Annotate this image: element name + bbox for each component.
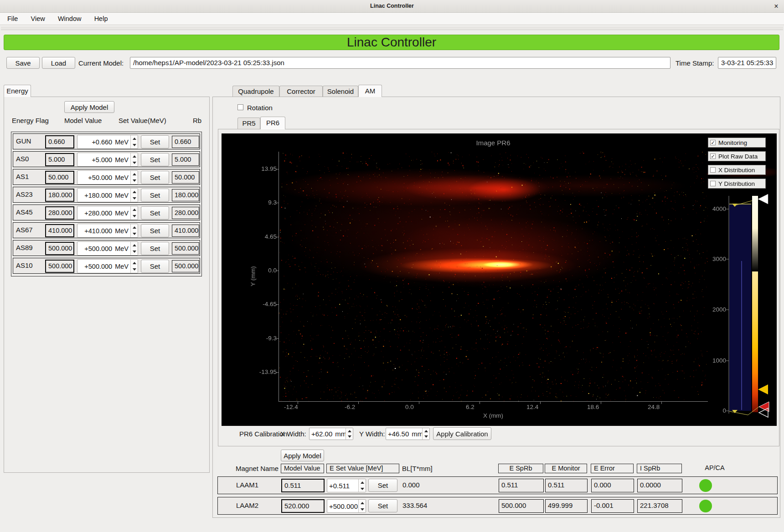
spinner-arrows-icon[interactable] bbox=[346, 428, 353, 440]
lut-handle-top[interactable] bbox=[758, 194, 768, 204]
plot-raw-data-checkbox[interactable]: ✓Plot Raw Data bbox=[708, 151, 766, 161]
energy-table: GUN 0.660 +0.660MeV Set 0.660 AS0 5.000 … bbox=[11, 132, 202, 276]
energy-model-input[interactable]: 5.000 bbox=[45, 153, 74, 166]
magnet-set-button[interactable]: Set bbox=[368, 499, 397, 512]
e-sprb-value: 500.000 bbox=[499, 499, 544, 513]
x-distribution-checkbox[interactable]: ✓X Distribution bbox=[708, 165, 766, 175]
magnet-set-spinbox[interactable]: +500.000 bbox=[327, 499, 366, 513]
monitoring-checkbox[interactable]: ✓Monitoring bbox=[708, 138, 766, 148]
energy-readback: 0.660 bbox=[172, 136, 199, 148]
save-button[interactable]: Save bbox=[6, 57, 40, 69]
magnet-model-input[interactable]: 0.511 bbox=[281, 479, 325, 492]
energy-set-spinbox[interactable]: +500.000MeV bbox=[77, 241, 138, 256]
tab-quadrupole[interactable]: Quadrupole bbox=[232, 86, 279, 97]
energy-set-button[interactable]: Set bbox=[141, 135, 169, 148]
spinner-arrows-icon[interactable] bbox=[130, 206, 138, 220]
rotation-checkbox[interactable]: ✓ bbox=[237, 104, 243, 110]
y-distribution-checkbox[interactable]: ✓Y Distribution bbox=[708, 179, 766, 189]
spinner-arrows-icon[interactable] bbox=[130, 153, 138, 166]
energy-set-spinbox[interactable]: +180.000MeV bbox=[77, 188, 138, 202]
magnet-set-button[interactable]: Set bbox=[368, 479, 397, 492]
energy-set-button[interactable]: Set bbox=[141, 224, 169, 237]
magnet-apply-model-button[interactable]: Apply Model bbox=[281, 450, 324, 461]
energy-model-input[interactable]: 500.000 bbox=[45, 260, 74, 273]
tab-energy[interactable]: Energy bbox=[4, 85, 31, 97]
lut-gradient-bar[interactable] bbox=[752, 196, 758, 412]
energy-set-button[interactable]: Set bbox=[141, 189, 169, 202]
i-sprb-value: 0.0000 bbox=[637, 479, 682, 492]
energy-readback: 180.000 bbox=[172, 189, 199, 201]
menu-file[interactable]: File bbox=[2, 13, 23, 25]
energy-set-button[interactable]: Set bbox=[141, 242, 169, 255]
energy-model-input[interactable]: 0.660 bbox=[45, 135, 74, 148]
timestamp-input[interactable]: 3-03-21 05:25:33 bbox=[718, 57, 776, 69]
tab-pr6[interactable]: PR6 bbox=[260, 117, 285, 129]
magnet-name: LAAM1 bbox=[236, 481, 258, 489]
tab-solenoid[interactable]: Solenoid bbox=[323, 86, 358, 97]
spinner-arrows-icon[interactable] bbox=[130, 242, 138, 255]
energy-model-input[interactable]: 500.000 bbox=[45, 242, 74, 255]
col-bl: BL[T*mm] bbox=[402, 465, 433, 472]
x-tick: 12.4 bbox=[526, 404, 554, 410]
energy-model-input[interactable]: 50.000 bbox=[45, 171, 74, 184]
energy-set-button[interactable]: Set bbox=[141, 206, 169, 220]
spinner-arrows-icon[interactable] bbox=[358, 500, 366, 512]
energy-set-spinbox[interactable]: +0.660MeV bbox=[77, 135, 138, 149]
apply-calibration-button[interactable]: Apply Calibration bbox=[433, 427, 491, 440]
beam-image-canvas[interactable] bbox=[222, 133, 777, 426]
spin-value: +62.00 bbox=[311, 430, 332, 438]
spinner-arrows-icon[interactable] bbox=[130, 224, 138, 237]
energy-set-button[interactable]: Set bbox=[141, 260, 169, 273]
x-width-spinbox[interactable]: +62.00mm bbox=[309, 428, 353, 440]
x-tick: 18.6 bbox=[587, 404, 614, 410]
col-magnet-name: Magnet Name bbox=[236, 465, 279, 472]
menu-help[interactable]: Help bbox=[89, 13, 113, 25]
spin-unit: MeV bbox=[115, 156, 129, 164]
energy-row: AS67 410.000 +410.000MeV Set 410.000 bbox=[13, 222, 200, 238]
colorbar-tick: 0 bbox=[694, 407, 726, 414]
energy-set-spinbox[interactable]: +50.000MeV bbox=[77, 170, 138, 184]
spin-unit: MeV bbox=[115, 227, 129, 235]
energy-apply-model-button[interactable]: Apply Model bbox=[64, 101, 114, 113]
e-monitor-value: 0.511 bbox=[545, 479, 588, 492]
energy-set-button[interactable]: Set bbox=[141, 171, 169, 184]
y-tick: -4.65 bbox=[256, 301, 277, 307]
menu-window[interactable]: Window bbox=[52, 13, 87, 25]
energy-readback: 50.000 bbox=[172, 171, 199, 184]
y-tick: -9.3 bbox=[256, 335, 277, 342]
spinner-arrows-icon[interactable] bbox=[422, 428, 429, 440]
close-icon[interactable]: × bbox=[771, 1, 781, 11]
spin-unit: MeV bbox=[115, 138, 129, 146]
tab-corrector[interactable]: Corrector bbox=[279, 86, 323, 97]
magnet-set-spinbox[interactable]: +0.511 bbox=[327, 479, 366, 492]
spinner-arrows-icon[interactable] bbox=[130, 260, 138, 273]
magnet-model-input[interactable]: 520.000 bbox=[281, 499, 325, 513]
spinner-arrows-icon[interactable] bbox=[130, 189, 138, 202]
energy-set-spinbox[interactable]: +500.000MeV bbox=[77, 259, 138, 273]
current-model-input[interactable]: /home/heps1/AP-model/2023-03-21 05:25:33… bbox=[130, 57, 671, 69]
banner-title: Linac Controller bbox=[347, 35, 436, 49]
spinner-arrows-icon[interactable] bbox=[130, 171, 138, 184]
energy-set-button[interactable]: Set bbox=[141, 153, 169, 166]
spinner-arrows-icon[interactable] bbox=[358, 479, 366, 492]
lut-handle-region[interactable] bbox=[758, 384, 768, 394]
spinner-arrows-icon[interactable] bbox=[130, 135, 138, 148]
energy-model-input[interactable]: 280.000 bbox=[45, 206, 74, 220]
energy-col-flag: Energy Flag bbox=[12, 117, 49, 124]
tab-pr5[interactable]: PR5 bbox=[237, 118, 260, 129]
energy-set-spinbox[interactable]: +410.000MeV bbox=[77, 224, 138, 238]
overlay-label: Plot Raw Data bbox=[718, 153, 758, 160]
x-tick: -12.4 bbox=[284, 404, 311, 410]
tab-am[interactable]: AM bbox=[358, 85, 382, 97]
energy-set-spinbox[interactable]: +280.000MeV bbox=[77, 206, 138, 220]
window-titlebar[interactable]: Linac Controller bbox=[0, 0, 784, 13]
menu-view[interactable]: View bbox=[26, 13, 51, 25]
energy-set-spinbox[interactable]: +5.000MeV bbox=[77, 153, 138, 167]
energy-model-input[interactable]: 180.000 bbox=[45, 189, 74, 202]
energy-model-input[interactable]: 410.000 bbox=[45, 224, 74, 237]
energy-readback: 500.000 bbox=[172, 260, 199, 272]
linac-controller-window: Linac Controller × File View Window Help… bbox=[0, 0, 784, 532]
x-axis-line bbox=[279, 401, 708, 402]
y-width-spinbox[interactable]: +46.50mm bbox=[386, 428, 430, 440]
load-button[interactable]: Load bbox=[42, 57, 75, 69]
